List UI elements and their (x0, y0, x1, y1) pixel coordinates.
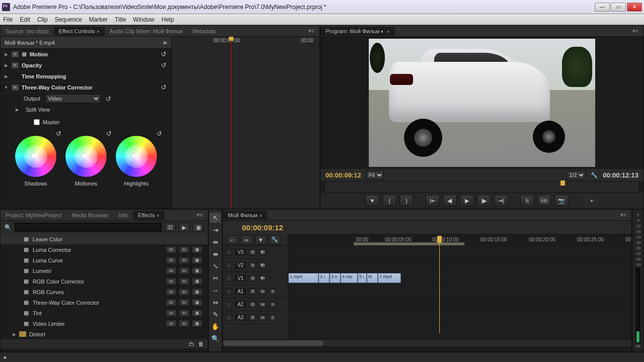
add-marker-button[interactable]: ▼ (255, 235, 266, 244)
effect-motion[interactable]: ▶fx▦ Motion ↺ (1, 49, 172, 60)
audio-track-head[interactable]: A2⊟MS (223, 298, 288, 311)
source-patch[interactable]: ⊟ (249, 249, 256, 255)
effect-item[interactable]: ▦Tint3232▦ (1, 308, 208, 318)
effect-item[interactable]: ▦Video Limiter3232▦ (1, 318, 208, 329)
effect-item[interactable]: ▦Luma Corrector3232▦ (1, 244, 208, 255)
mute-button[interactable]: M (259, 289, 266, 295)
maximize-button[interactable]: ▭ (611, 3, 626, 12)
reset-icon[interactable]: ↺ (161, 50, 167, 58)
rate-stretch-tool[interactable]: ⤡ (210, 261, 221, 271)
timeline-clip[interactable]: 7.mp4 (378, 273, 401, 283)
reset-icon[interactable]: ↺ (106, 130, 112, 137)
source-patch[interactable]: ⊟ (249, 315, 256, 321)
audio-lane[interactable] (288, 285, 631, 298)
mark-in-button[interactable]: { (382, 195, 396, 207)
panel-menu-icon[interactable]: ▾≡ (192, 210, 208, 220)
ec-mini-timeline[interactable]: 00:00:09:00 00:00 (172, 37, 319, 209)
playhead-icon[interactable] (231, 37, 231, 209)
highlights-wheel[interactable]: ↺ (115, 135, 157, 177)
minimize-button[interactable]: — (595, 3, 610, 12)
midtones-wheel[interactable]: ↺ (65, 135, 107, 177)
timeline-settings-button[interactable]: 🔧 (269, 235, 280, 244)
timeline-clip[interactable]: 1.mp4 (288, 273, 318, 283)
folder-distort[interactable]: ▶ Distort (1, 329, 208, 339)
trash-icon[interactable]: 🗑 (198, 341, 204, 347)
audio-track-head[interactable]: A1⊟MS (223, 285, 288, 298)
preset-filter-yuv[interactable]: ▦ (193, 223, 204, 232)
linked-selection-button[interactable]: ∞ (241, 235, 252, 244)
solo-button[interactable]: S (269, 315, 276, 321)
timeline-clip[interactable]: 4.mp (341, 273, 358, 283)
timeline-scrollbar[interactable] (223, 339, 631, 346)
source-patch[interactable]: ⊟ (249, 302, 256, 308)
video-lane[interactable]: 1.mp42.r3.n4.mp5.i6r7.mp4 (288, 272, 631, 285)
close-icon[interactable]: × (97, 29, 100, 34)
tab-info[interactable]: Info (114, 211, 133, 220)
lock-icon[interactable] (226, 249, 232, 255)
reset-icon[interactable]: ↺ (106, 95, 111, 103)
panel-menu-icon[interactable]: ▾≡ (615, 210, 631, 220)
video-lane[interactable] (288, 246, 631, 259)
step-back-button[interactable]: ◀| (443, 195, 457, 207)
tab-audio-mixer[interactable]: Audio Clip Mixer: Мой Фильм (105, 27, 188, 36)
hand-tool[interactable]: ✋ (210, 321, 221, 331)
reset-icon[interactable]: ↺ (156, 130, 162, 137)
resolution-select[interactable]: 1/2 (567, 170, 586, 179)
timeline-clip[interactable]: 3.n (330, 273, 341, 283)
reset-icon[interactable]: ↺ (161, 61, 167, 69)
program-timecode[interactable]: 00:00:09:12 (326, 171, 361, 179)
rolling-edit-tool[interactable]: ⇼ (210, 249, 221, 259)
lock-icon[interactable] (226, 315, 232, 321)
solo-button[interactable]: S (269, 289, 276, 295)
video-track-head[interactable]: V2⊟ (223, 259, 288, 272)
tab-effect-controls[interactable]: Effect Controls× (54, 27, 105, 36)
play-button[interactable]: ▶ (460, 195, 474, 207)
lock-icon[interactable] (226, 302, 232, 308)
lock-icon[interactable] (226, 276, 232, 282)
preset-filter-accelerated[interactable]: ▶ (179, 223, 190, 232)
video-track-head[interactable]: V3⊟ (223, 246, 288, 259)
mute-button[interactable]: M (259, 302, 266, 308)
export-frame-button[interactable]: 📷 (554, 195, 569, 207)
reset-icon[interactable]: ↺ (56, 130, 61, 137)
chevron-right-icon[interactable]: ▶ (164, 39, 168, 46)
effect-item[interactable]: ▦Lumetri3232▦ (1, 265, 208, 276)
effect-opacity[interactable]: ▶fx Opacity ↺ (1, 60, 172, 71)
slide-tool[interactable]: ⇔ (210, 297, 221, 307)
tab-source[interactable]: Source: (no clips) (1, 27, 54, 36)
menu-clip[interactable]: Clip (37, 16, 48, 23)
preset-filter-32[interactable]: 32 (165, 223, 176, 232)
playhead-icon[interactable] (560, 180, 565, 186)
video-lane[interactable] (288, 259, 631, 272)
new-bin-icon[interactable]: 🗀 (189, 341, 194, 347)
eye-icon[interactable] (259, 262, 266, 268)
lift-button[interactable]: ⎘ (520, 195, 534, 207)
selection-tool[interactable]: ↖ (210, 213, 221, 223)
timeline-clip[interactable]: 6r (367, 273, 378, 283)
zoom-tool[interactable]: 🔍 (210, 333, 221, 343)
marker-button[interactable]: ▼ (365, 195, 379, 207)
track-select-tool[interactable]: ⇥ (210, 225, 221, 235)
shadows-wheel[interactable]: ↺ (15, 135, 57, 177)
snap-button[interactable]: ⌐ (227, 235, 238, 244)
tab-effects[interactable]: Effects× (133, 211, 165, 220)
panel-menu-icon[interactable]: ▾≡ (303, 26, 319, 36)
tab-program[interactable]: Program: Мой Фильм ▾ × (320, 27, 395, 36)
program-scrub-bar[interactable] (325, 181, 639, 193)
button-editor[interactable]: + (585, 195, 599, 207)
menu-help[interactable]: Help (162, 16, 174, 23)
timeline-timecode[interactable]: 00:00:09:12 (242, 223, 283, 232)
wrench-icon[interactable]: 🔧 (591, 172, 598, 178)
audio-track-head[interactable]: A3⊟MS (223, 311, 288, 324)
playhead-icon[interactable] (437, 236, 442, 243)
source-patch[interactable]: ⊟ (249, 289, 256, 295)
effect-item[interactable]: ▦RGB Color Corrector3232▦ (1, 276, 208, 287)
effect-item[interactable]: ▦Leave Color (1, 234, 208, 244)
eye-icon[interactable] (259, 276, 266, 282)
close-icon[interactable]: × (156, 213, 159, 218)
reset-icon[interactable]: ↺ (161, 83, 167, 91)
tab-media-browser[interactable]: Media Browser (66, 211, 113, 220)
output-select[interactable]: Video (45, 94, 101, 103)
timeline-clip[interactable]: 2.r (318, 273, 330, 283)
menu-sequence[interactable]: Sequence (55, 16, 82, 23)
